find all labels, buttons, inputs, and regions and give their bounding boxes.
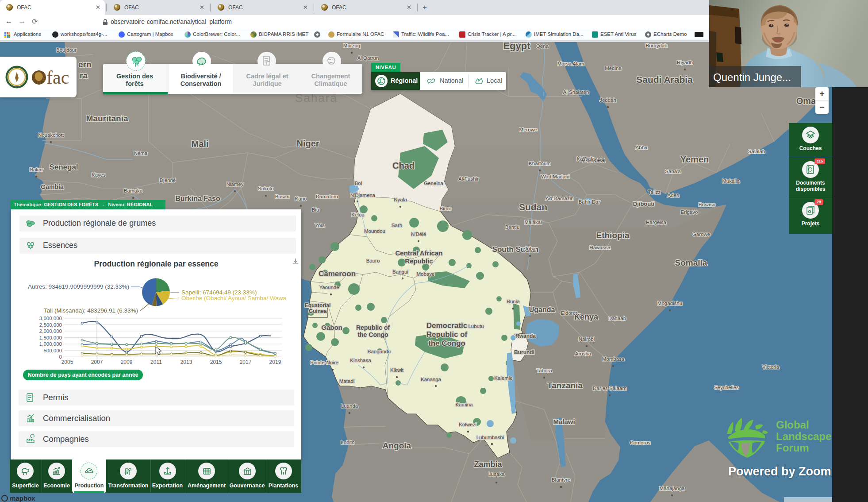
svg-text:Hargeisa: Hargeisa — [646, 220, 667, 225]
svg-text:Sana'a: Sana'a — [665, 169, 681, 174]
svg-text:Damaturu: Damaturu — [316, 194, 338, 199]
svg-text:Sudan: Sudan — [519, 202, 547, 212]
svg-text:2005: 2005 — [61, 359, 73, 365]
svg-text:Autres: 934619.9099999999 (32.: Autres: 934619.9099999999 (32.33%) — [28, 283, 129, 290]
svg-text:Lubumbashi: Lubumbashi — [476, 435, 504, 440]
svg-text:Qena: Qena — [536, 43, 549, 49]
svg-text:Mobaye: Mobaye — [417, 271, 435, 277]
svg-text:fac: fac — [46, 67, 69, 88]
svg-text:Yemen: Yemen — [680, 154, 709, 164]
svg-text:Nyala: Nyala — [394, 197, 407, 202]
svg-text:Lobito: Lobito — [341, 440, 354, 445]
svg-text:Bosaso: Bosaso — [699, 202, 715, 207]
svg-text:Ad-Damazin: Ad-Damazin — [545, 196, 573, 201]
svg-text:Seychelles: Seychelles — [714, 385, 739, 390]
svg-text:Malawi: Malawi — [553, 418, 575, 425]
svg-text:Kalemie: Kalemie — [494, 375, 513, 381]
svg-text:Mahajanga: Mahajanga — [660, 486, 685, 491]
svg-text:Kano: Kano — [295, 196, 307, 201]
svg-text:Bamako: Bamako — [124, 188, 142, 193]
svg-text:Egypt: Egypt — [503, 42, 530, 51]
svg-text:Malakal: Malakal — [524, 220, 542, 225]
svg-text:Sokoto: Sokoto — [258, 186, 274, 191]
svg-text:2,000,000: 2,000,000 — [39, 328, 62, 334]
svg-text:Republic: Republic — [405, 257, 433, 265]
svg-text:Niger: Niger — [296, 139, 319, 148]
svg-text:Geneina: Geneina — [424, 181, 443, 186]
svg-text:Republic of: Republic of — [426, 330, 468, 339]
svg-text:Blantyre: Blantyre — [552, 477, 570, 483]
svg-text:Senegal: Senegal — [49, 163, 78, 171]
svg-text:Kassala: Kassala — [577, 156, 595, 162]
svg-text:Nairobi: Nairobi — [579, 336, 595, 342]
svg-text:Ethiopia: Ethiopia — [596, 231, 630, 240]
svg-text:1,500,000: 1,500,000 — [39, 335, 62, 340]
svg-text:Angola: Angola — [383, 441, 411, 450]
svg-text:Lubutu: Lubutu — [468, 324, 484, 329]
svg-text:Niamey: Niamey — [227, 181, 244, 187]
svg-text:3,000,000: 3,000,000 — [39, 316, 62, 321]
svg-text:the Congo: the Congo — [357, 331, 388, 338]
svg-text:Sarh: Sarh — [392, 223, 402, 228]
svg-text:Kolwezi: Kolwezi — [459, 422, 476, 427]
svg-text:2007: 2007 — [91, 359, 103, 365]
svg-text:Somalia: Somalia — [675, 258, 707, 267]
svg-text:Kananga: Kananga — [421, 377, 442, 382]
svg-text:Dar es Salaam: Dar es Salaam — [593, 386, 626, 391]
svg-text:Moundou: Moundou — [364, 228, 385, 234]
svg-text:Mauritania: Mauritania — [86, 114, 128, 123]
svg-text:Mali: Mali — [192, 139, 209, 149]
svg-text:Mogadishu: Mogadishu — [657, 301, 682, 306]
svg-text:Yola: Yola — [315, 223, 325, 228]
svg-text:Busau: Busau — [275, 194, 290, 199]
svg-text:Bunia: Bunia — [507, 299, 520, 304]
svg-text:Boujdour: Boujdour — [56, 47, 77, 53]
svg-text:Tali (Missanda): 483296.91 (6.: Tali (Missanda): 483296.91 (6.33%) — [44, 307, 138, 314]
svg-text:Gabon: Gabon — [321, 324, 342, 331]
svg-text:Kenya: Kenya — [574, 313, 599, 321]
svg-text:Riyadh: Riyadh — [677, 60, 693, 65]
svg-text:Merowe: Merowe — [519, 127, 538, 132]
svg-text:Democratic: Democratic — [426, 321, 468, 330]
svg-text:Hawassa: Hawassa — [589, 245, 611, 250]
svg-text:Saudi Arabia: Saudi Arabia — [636, 74, 693, 85]
svg-text:Djenné: Djenné — [160, 178, 176, 183]
svg-text:Birao: Birao — [440, 206, 452, 211]
svg-text:Dakar: Dakar — [30, 167, 43, 172]
svg-text:Al-Fashir: Al-Fashir — [458, 176, 479, 181]
svg-text:Dadaab: Dadaab — [608, 316, 626, 321]
svg-text:Néma: Néma — [134, 151, 148, 156]
svg-text:Al Qatrun: Al Qatrun — [357, 55, 379, 61]
svg-text:500,000: 500,000 — [43, 348, 62, 353]
svg-text:Rwanda: Rwanda — [515, 333, 536, 339]
svg-text:2017: 2017 — [240, 359, 252, 365]
svg-text:Zambia: Zambia — [474, 460, 502, 469]
svg-text:Tabora: Tabora — [536, 368, 552, 373]
svg-text:the Congo: the Congo — [428, 339, 465, 348]
svg-text:Salalah: Salalah — [748, 149, 765, 154]
svg-text:Eldoret: Eldoret — [561, 310, 577, 316]
svg-text:2009: 2009 — [121, 359, 133, 365]
svg-text:Uganda: Uganda — [529, 306, 555, 313]
svg-text:Pointe-Noire: Pointe-Noire — [310, 360, 338, 365]
svg-text:Guinea: Guinea — [309, 308, 327, 314]
svg-text:Al Shalaten: Al Shalaten — [563, 89, 589, 95]
svg-text:N'Djamena: N'Djamena — [350, 193, 376, 198]
svg-text:Mombasa: Mombasa — [602, 356, 625, 362]
svg-text:Garowe: Garowe — [692, 232, 710, 237]
svg-text:Marsa Alam: Marsa Alam — [557, 61, 584, 66]
svg-text:Bahir Dar: Bahir Dar — [579, 199, 600, 205]
svg-text:ra: ra — [80, 71, 88, 80]
svg-text:Bangui: Bangui — [392, 269, 408, 274]
svg-text:Kinshasa: Kinshasa — [350, 358, 371, 363]
svg-text:Luanda: Luanda — [341, 403, 358, 409]
svg-text:Comoros: Comoros — [630, 440, 651, 445]
svg-text:Kayes: Kayes — [92, 172, 106, 178]
svg-text:Bol: Bol — [355, 181, 362, 186]
svg-text:Erigavo: Erigavo — [681, 209, 698, 215]
svg-text:Ta'izz: Ta'izz — [648, 189, 661, 195]
svg-text:Kamina: Kamina — [456, 402, 473, 407]
svg-text:2011: 2011 — [150, 359, 162, 365]
svg-text:Djibouti: Djibouti — [633, 201, 654, 207]
svg-text:Murzuq: Murzuq — [343, 43, 360, 48]
